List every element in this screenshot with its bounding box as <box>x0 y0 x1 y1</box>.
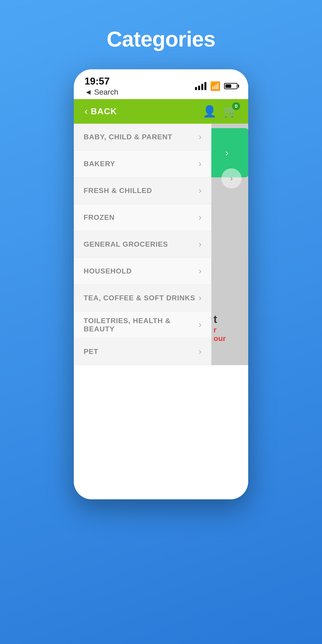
back-button[interactable]: ‹ BACK <box>84 106 117 117</box>
status-time: 19:57 <box>84 76 118 87</box>
category-item-general-groceries[interactable]: GENERAL GROCERIES› <box>74 231 211 258</box>
signal-bars-icon <box>195 82 206 90</box>
category-list: BABY, CHILD & PARENT›BAKERY›FRESH & CHIL… <box>74 124 211 365</box>
category-item-tea-coffee[interactable]: TEA, COFFEE & SOFT DRINKS› <box>74 285 211 312</box>
chevron-right-small-icon: › <box>230 174 233 183</box>
category-item-fresh-chilled[interactable]: FRESH & CHILLED› <box>74 177 211 204</box>
category-label-toiletries: TOILETRIES, HEALTH & BEAUTY <box>84 317 198 333</box>
nav-next-button[interactable]: › <box>217 143 237 163</box>
phone-mockup: 19:57 ◄ Search 📶 ‹ BACK 👤 🛒 0 <box>74 69 248 499</box>
chevron-right-icon: › <box>198 266 202 276</box>
battery-icon <box>224 83 238 89</box>
promo-red-text: rour <box>214 325 246 343</box>
category-label-bakery: BAKERY <box>84 160 115 168</box>
chevron-right-icon: › <box>198 186 202 196</box>
chevron-right-icon: › <box>198 347 202 356</box>
app-header: ‹ BACK 👤 🛒 0 <box>74 99 248 124</box>
category-label-fresh-chilled: FRESH & CHILLED <box>84 186 152 195</box>
user-icon[interactable]: 👤 <box>202 105 216 118</box>
category-item-baby[interactable]: BABY, CHILD & PARENT› <box>74 124 211 150</box>
chevron-right-icon: › <box>198 240 202 249</box>
cart-wrapper[interactable]: 🛒 0 <box>224 105 238 118</box>
right-panel: › › t rour <box>211 124 248 365</box>
status-icons: 📶 <box>195 81 238 91</box>
category-label-frozen: FROZEN <box>84 213 115 222</box>
chevron-right-icon: › <box>198 159 202 168</box>
category-item-toiletries[interactable]: TOILETRIES, HEALTH & BEAUTY› <box>74 312 211 338</box>
back-label: BACK <box>91 107 117 116</box>
chevron-right-icon: › <box>198 293 202 303</box>
category-label-household: HOUSEHOLD <box>84 267 132 275</box>
chevron-right-icon: › <box>198 213 202 222</box>
back-chevron-icon: ‹ <box>84 106 88 117</box>
chevron-right-icon: › <box>226 148 228 158</box>
content-area: BABY, CHILD & PARENT›BAKERY›FRESH & CHIL… <box>74 124 248 365</box>
category-item-bakery[interactable]: BAKERY› <box>74 150 211 177</box>
chevron-right-icon: › <box>198 132 202 142</box>
chevron-right-icon: › <box>198 320 202 330</box>
category-label-pet: PET <box>84 348 98 356</box>
status-bar: 19:57 ◄ Search 📶 <box>74 69 248 99</box>
wifi-icon: 📶 <box>210 81 220 91</box>
cart-badge: 0 <box>232 102 240 110</box>
search-back-label[interactable]: ◄ Search <box>84 88 118 96</box>
category-label-tea-coffee: TEA, COFFEE & SOFT DRINKS <box>84 294 195 302</box>
category-item-household[interactable]: HOUSEHOLD› <box>74 258 211 285</box>
promo-text: t rour <box>214 313 246 343</box>
category-item-frozen[interactable]: FROZEN› <box>74 204 211 231</box>
promo-bold-text: t <box>214 313 246 325</box>
category-label-baby: BABY, CHILD & PARENT <box>84 133 172 141</box>
category-item-pet[interactable]: PET› <box>74 338 211 365</box>
category-label-general-groceries: GENERAL GROCERIES <box>84 240 168 248</box>
empty-space <box>74 365 248 499</box>
header-right: 👤 🛒 0 <box>202 105 238 118</box>
nav-circle[interactable]: › <box>222 168 242 188</box>
page-title: Categories <box>107 27 215 52</box>
